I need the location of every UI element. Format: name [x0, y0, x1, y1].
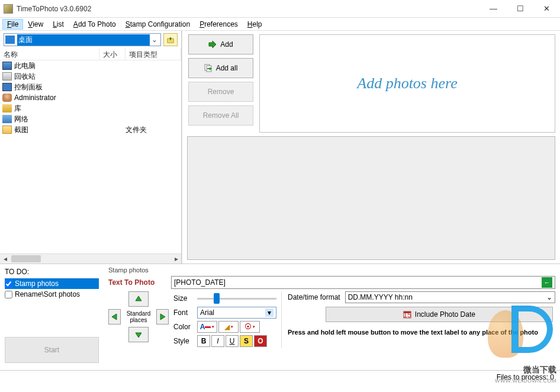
italic-button[interactable]: I — [211, 335, 224, 347]
minimize-button[interactable]: — — [480, 0, 507, 17]
text-to-photo-label: Text To Photo — [108, 278, 169, 287]
todo-header: TO DO: — [5, 268, 99, 276]
add-all-icon — [204, 64, 213, 72]
location-combo[interactable]: 桌面 ⌄ — [4, 33, 161, 46]
file-row[interactable]: 回收站 — [0, 71, 181, 82]
menu-help[interactable]: Help — [243, 19, 267, 30]
move-up-button[interactable] — [128, 291, 149, 307]
file-icon — [2, 72, 12, 81]
size-slider[interactable] — [197, 293, 276, 304]
remove-all-button: Remove All — [188, 105, 253, 126]
file-list-header: 名称 大小 项目类型 — [0, 49, 181, 60]
hint-text: Press and hold left mouse button to move… — [288, 328, 555, 336]
file-icon — [2, 104, 12, 113]
bold-button[interactable]: B — [197, 335, 210, 347]
col-name[interactable]: 名称 — [0, 49, 99, 60]
app-icon — [4, 4, 13, 14]
add-all-button[interactable]: Add all — [188, 58, 253, 78]
outline-button[interactable]: O — [254, 335, 267, 347]
drop-message: Add photos here — [357, 75, 457, 92]
rename-sort-checkbox[interactable]: Rename\Sort photos — [5, 289, 99, 300]
scroll-right-icon[interactable]: ▸ — [171, 254, 181, 264]
datetime-format-label: Date/time format — [288, 293, 340, 301]
position-arrows: Standard places — [108, 291, 169, 348]
font-label: Font — [173, 309, 195, 317]
add-button[interactable]: Add — [188, 34, 253, 54]
files-to-process-status: Files to process: 0 — [497, 373, 554, 381]
include-photo-date-button[interactable]: 15 Include Photo Date — [326, 307, 553, 322]
menu-list[interactable]: List — [48, 19, 69, 30]
menu-add-to-photo[interactable]: Add To Photo — [69, 19, 121, 30]
location-value: 桌面 — [17, 34, 150, 46]
scroll-left-icon[interactable]: ◂ — [0, 254, 10, 264]
col-type[interactable]: 项目类型 — [125, 49, 181, 60]
col-size[interactable]: 大小 — [99, 49, 125, 60]
file-row[interactable]: 截图文件夹 — [0, 124, 181, 135]
chevron-down-icon[interactable]: ⌄ — [546, 293, 552, 301]
file-icon — [2, 94, 12, 102]
standard-places-label: Standard places — [125, 310, 151, 323]
svg-text:15: 15 — [403, 311, 411, 319]
file-row[interactable]: 此电脑 — [0, 60, 181, 71]
back-arrow-icon[interactable]: ← — [542, 277, 552, 288]
file-browser-pane: 桌面 ⌄ 名称 大小 项目类型 此电脑回收站控制面板Administrator库… — [0, 31, 182, 264]
style-label: Style — [173, 337, 195, 345]
file-icon — [2, 83, 12, 91]
outline-color-button[interactable]: ⦿▾ — [240, 321, 260, 333]
stamp-photos-checkbox[interactable]: Stamp photos — [5, 278, 99, 289]
menu-preferences[interactable]: Preferences — [195, 19, 243, 30]
file-row[interactable]: 控制面板 — [0, 82, 181, 92]
color-label: Color — [173, 323, 195, 331]
photo-preview-area — [187, 136, 555, 260]
size-label: Size — [173, 294, 195, 303]
font-combo[interactable]: Arial▾ — [197, 307, 276, 319]
status-bar: Files to process: 0 — [0, 370, 560, 383]
stamp-header: Stamp photos — [108, 266, 555, 274]
text-color-button[interactable]: A▾ — [197, 321, 217, 333]
move-left-button[interactable] — [108, 309, 121, 324]
start-button: Start — [5, 337, 99, 363]
maximize-button[interactable]: ☐ — [507, 0, 533, 17]
strikeout-button[interactable]: S — [240, 335, 253, 347]
chevron-down-icon[interactable]: ▾ — [265, 309, 273, 317]
photo-drop-area[interactable]: Add photos here — [259, 34, 555, 133]
datetime-format-combo[interactable]: DD.MM.YYYY hh:nn⌄ — [345, 291, 555, 303]
text-to-photo-input[interactable]: [PHOTO_DATE] ← — [171, 276, 555, 289]
underline-button[interactable]: U — [226, 335, 239, 347]
desktop-icon — [5, 36, 15, 44]
window-title: TimeToPhoto v3.0.6902 — [17, 5, 480, 13]
move-right-button[interactable] — [156, 309, 169, 324]
menu-file[interactable]: File — [2, 19, 23, 30]
file-row[interactable]: Administrator — [0, 92, 181, 103]
fill-color-button[interactable]: ◢▾ — [218, 321, 239, 333]
arrow-right-icon — [208, 40, 217, 49]
menu-bar: File View List Add To Photo Stamp Config… — [0, 18, 560, 31]
menu-view[interactable]: View — [23, 19, 48, 30]
file-row[interactable]: 网络 — [0, 114, 181, 124]
action-button-column: Add Add all Remove Remove All — [182, 31, 259, 136]
menu-stamp-configuration[interactable]: Stamp Configuration — [121, 19, 195, 30]
move-down-button[interactable] — [128, 327, 149, 342]
calendar-icon: 15 — [403, 310, 411, 319]
file-list[interactable]: 此电脑回收站控制面板Administrator库网络截图文件夹 — [0, 60, 181, 253]
file-row[interactable]: 库 — [0, 103, 181, 114]
horizontal-scrollbar[interactable]: ◂ ▸ — [0, 253, 181, 264]
stamp-panel: Stamp photos Text To Photo [PHOTO_DATE] … — [104, 264, 560, 370]
file-icon — [2, 115, 12, 123]
window-titlebar: TimeToPhoto v3.0.6902 — ☐ ✕ — [0, 0, 560, 18]
go-up-button[interactable] — [163, 33, 178, 46]
remove-button: Remove — [188, 82, 253, 102]
chevron-down-icon[interactable]: ⌄ — [150, 36, 159, 44]
close-button[interactable]: ✕ — [533, 0, 560, 17]
scroll-thumb[interactable] — [11, 255, 41, 262]
todo-panel: TO DO: Stamp photos Rename\Sort photos S… — [0, 264, 104, 370]
file-icon — [2, 62, 12, 70]
file-icon — [2, 126, 12, 134]
